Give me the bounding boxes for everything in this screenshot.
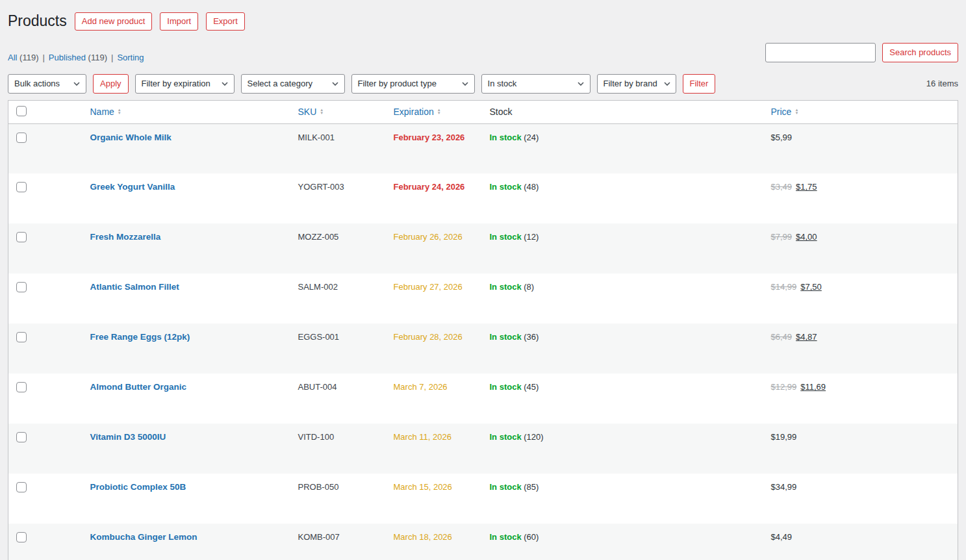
filter-by-expiration-select[interactable]: Filter by expiration (135, 74, 235, 94)
import-button[interactable]: Import (160, 12, 198, 31)
stock-status: In stock (490, 133, 522, 142)
price-new: $4,00 (796, 232, 817, 242)
product-thumbnail-cell (37, 524, 84, 560)
product-thumbnail-cell (37, 424, 84, 474)
price-new: $4,87 (796, 332, 817, 342)
table-row: Free Range Eggs (12pk) EGGS-001 February… (8, 324, 958, 374)
product-thumbnail-cell (37, 123, 84, 173)
row-checkbox[interactable] (16, 432, 27, 442)
stock-status: In stock (490, 482, 522, 492)
product-name-link[interactable]: Greek Yogurt Vanilla (90, 182, 175, 192)
table-row: Organic Whole Milk MILK-001 February 23,… (8, 123, 958, 173)
add-new-product-button[interactable]: Add new product (75, 12, 153, 31)
view-all-link[interactable]: All (119) (8, 53, 38, 62)
product-sku: PROB-050 (292, 474, 387, 524)
stock-count: (12) (524, 232, 539, 242)
expiration-date: February 23, 2026 (394, 133, 465, 142)
price-new: $11,69 (800, 382, 826, 392)
column-stock: Stock (483, 100, 765, 123)
chevron-down-icon (664, 82, 670, 86)
chevron-down-icon (578, 82, 584, 86)
product-name-link[interactable]: Probiotic Complex 50B (90, 482, 186, 492)
select-category-select[interactable]: Select a category (241, 74, 345, 94)
product-name-link[interactable]: Fresh Mozzarella (90, 232, 161, 242)
expiration-date: March 15, 2026 (394, 482, 452, 492)
price-old: $7,99 (771, 232, 793, 242)
search-input[interactable] (765, 43, 876, 62)
column-price[interactable]: Price▲▼ (765, 100, 958, 123)
items-count: 16 items (926, 79, 958, 88)
product-thumbnail-cell (37, 274, 84, 324)
view-published-link[interactable]: Published (119) (49, 53, 107, 62)
product-name-link[interactable]: Almond Butter Organic (90, 382, 187, 392)
view-separator: | (42, 53, 44, 62)
row-checkbox[interactable] (16, 532, 27, 542)
product-thumbnail-cell (37, 324, 84, 374)
column-thumbnail (37, 100, 84, 123)
filter-by-brand-select[interactable]: Filter by brand (597, 74, 676, 94)
chevron-down-icon (222, 82, 228, 86)
table-row: Probiotic Complex 50B PROB-050 March 15,… (8, 474, 958, 524)
product-name-link[interactable]: Atlantic Salmon Fillet (90, 282, 179, 292)
stock-count: (85) (524, 482, 539, 492)
sort-icon: ▲▼ (118, 108, 121, 115)
table-row: Almond Butter Organic ABUT-004 March 7, … (8, 374, 958, 424)
products-table: Name▲▼ SKU▲▼ Expiration▲▼ Stock Price▲▼ … (8, 100, 958, 560)
table-row: Kombucha Ginger Lemon KOMB-007 March 18,… (8, 524, 958, 560)
price: $19,99 (771, 432, 797, 442)
filter-button[interactable]: Filter (683, 74, 716, 94)
stock-status: In stock (490, 432, 522, 442)
product-sku: MOZZ-005 (292, 223, 387, 274)
product-sku: MILK-001 (292, 123, 387, 173)
stock-status: In stock (490, 332, 522, 342)
expiration-date: February 28, 2026 (394, 332, 463, 342)
chevron-down-icon (73, 82, 80, 86)
expiration-date: February 27, 2026 (394, 282, 463, 292)
price-old: $3,49 (771, 182, 793, 192)
product-name-link[interactable]: Free Range Eggs (12pk) (90, 332, 190, 342)
view-filters: All (119) | Published (119) | Sorting (8, 53, 144, 62)
row-checkbox[interactable] (16, 332, 27, 342)
product-name-link[interactable]: Organic Whole Milk (90, 133, 172, 142)
stock-count: (120) (524, 432, 543, 442)
bulk-actions-select[interactable]: Bulk actions (8, 74, 86, 94)
expiration-date: February 24, 2026 (394, 182, 465, 192)
column-expiration[interactable]: Expiration▲▼ (387, 100, 483, 123)
row-checkbox[interactable] (16, 133, 27, 143)
view-sorting-link[interactable]: Sorting (117, 53, 144, 62)
row-checkbox[interactable] (16, 482, 27, 492)
column-sku[interactable]: SKU▲▼ (292, 100, 387, 123)
row-checkbox[interactable] (16, 282, 27, 292)
product-thumbnail-cell (37, 223, 84, 274)
stock-count: (24) (524, 133, 539, 142)
table-row: Fresh Mozzarella MOZZ-005 February 26, 2… (8, 223, 958, 274)
sort-icon: ▲▼ (320, 108, 324, 115)
filter-by-product-type-select[interactable]: Filter by product type (351, 74, 475, 94)
price-new: $7,50 (800, 282, 822, 292)
row-checkbox[interactable] (16, 232, 27, 242)
expiration-date: February 26, 2026 (394, 232, 463, 242)
search-products-button[interactable]: Search products (882, 43, 958, 62)
apply-button[interactable]: Apply (93, 74, 129, 94)
page-header: Products Add new product Import Export (8, 12, 958, 31)
price-old: $14,99 (771, 282, 797, 292)
row-checkbox[interactable] (16, 382, 27, 392)
select-all-checkbox[interactable] (16, 106, 27, 116)
product-sku: EGGS-001 (292, 324, 387, 374)
product-name-link[interactable]: Kombucha Ginger Lemon (90, 532, 197, 542)
stock-status: In stock (490, 232, 522, 242)
price-new: $1,75 (796, 182, 817, 192)
export-button[interactable]: Export (206, 12, 245, 31)
stock-count: (45) (524, 382, 539, 392)
stock-count: (48) (524, 182, 539, 192)
product-sku: YOGRT-003 (292, 173, 387, 223)
stock-count: (8) (524, 282, 534, 292)
product-name-link[interactable]: Vitamin D3 5000IU (90, 432, 166, 442)
column-name[interactable]: Name▲▼ (84, 100, 292, 123)
row-checkbox[interactable] (16, 182, 27, 192)
sort-icon: ▲▼ (437, 108, 441, 115)
stock-status-select[interactable]: In stock (481, 74, 591, 94)
product-thumbnail-cell (37, 173, 84, 223)
price-old: $12,99 (771, 382, 797, 392)
chevron-down-icon (462, 82, 468, 86)
